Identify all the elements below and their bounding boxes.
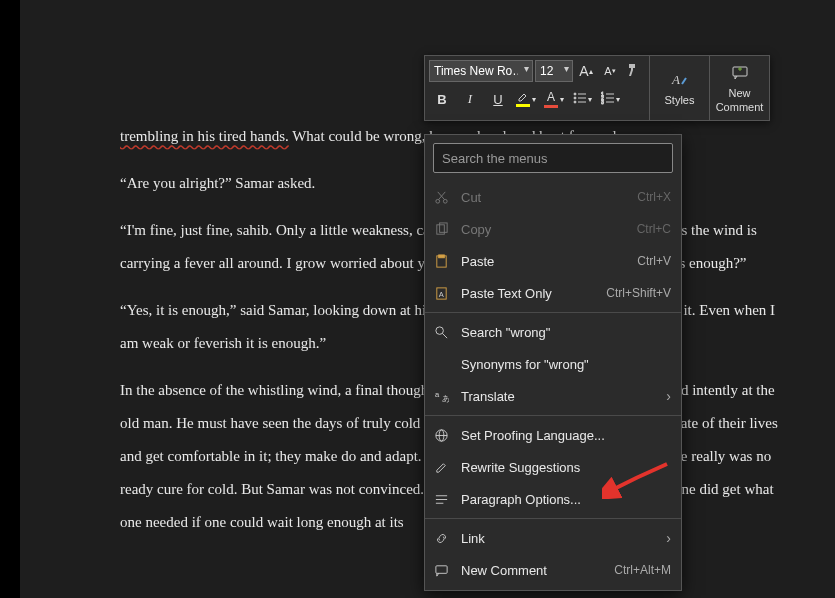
menu-shortcut: Ctrl+Alt+M — [614, 563, 671, 577]
font-size-select[interactable]: 12 — [535, 60, 573, 82]
shrink-font-button[interactable]: A▾ — [599, 60, 621, 82]
menu-shortcut: Ctrl+C — [637, 222, 671, 236]
highlight-icon — [516, 91, 530, 107]
font-color-button[interactable]: A ▾ — [541, 86, 567, 112]
translate-icon: aあ — [431, 386, 451, 406]
grow-font-button[interactable]: A▴ — [575, 60, 597, 82]
new-comment-label-1: New — [728, 87, 750, 99]
italic-button[interactable]: I — [457, 86, 483, 112]
styles-button[interactable]: A Styles — [649, 56, 709, 120]
menu-label: Translate — [461, 389, 656, 404]
paragraph-icon — [431, 489, 451, 509]
menu-label: Search "wrong" — [461, 325, 671, 340]
format-painter-button[interactable] — [623, 60, 645, 82]
chevron-down-icon: ▾ — [560, 95, 564, 104]
menu-label: Cut — [461, 190, 627, 205]
link-icon — [431, 528, 451, 548]
menu-separator — [425, 415, 681, 416]
menu-proofing-language[interactable]: Set Proofing Language... — [425, 419, 681, 451]
numbering-button[interactable]: 123 ▾ — [597, 86, 623, 112]
svg-point-4 — [574, 101, 576, 103]
scissors-icon — [431, 187, 451, 207]
menu-new-comment[interactable]: New Comment Ctrl+Alt+M — [425, 554, 681, 586]
svg-point-17 — [443, 199, 447, 203]
menu-label: Copy — [461, 222, 627, 237]
menu-label: Link — [461, 531, 656, 546]
menu-label: Rewrite Suggestions — [461, 460, 671, 475]
menu-label: Set Proofing Language... — [461, 428, 671, 443]
context-menu: Cut Ctrl+X Copy Ctrl+C Paste Ctrl+V A Pa… — [424, 134, 682, 591]
clipboard-text-icon: A — [431, 283, 451, 303]
menu-copy: Copy Ctrl+C — [425, 213, 681, 245]
menu-shortcut: Ctrl+Shift+V — [606, 286, 671, 300]
menu-separator — [425, 312, 681, 313]
svg-line-19 — [437, 191, 444, 199]
svg-text:3: 3 — [601, 99, 604, 105]
font-color-icon: A — [544, 90, 558, 108]
menu-link[interactable]: Link › — [425, 522, 681, 554]
svg-line-18 — [438, 191, 445, 199]
copy-icon — [431, 219, 451, 239]
menu-label: Paste Text Only — [461, 286, 596, 301]
bullets-icon — [573, 91, 587, 108]
svg-text:a: a — [434, 390, 439, 399]
bullets-button[interactable]: ▾ — [569, 86, 595, 112]
underline-button[interactable]: U — [485, 86, 511, 112]
chevron-down-icon: ▾ — [588, 95, 592, 104]
menu-shortcut: Ctrl+V — [637, 254, 671, 268]
comment-icon — [431, 560, 451, 580]
chevron-down-icon: ▾ — [616, 95, 620, 104]
pencil-icon — [431, 457, 451, 477]
highlight-color-button[interactable]: ▾ — [513, 86, 539, 112]
menu-cut: Cut Ctrl+X — [425, 181, 681, 213]
globe-icon — [431, 425, 451, 445]
font-name-select[interactable]: Times New Ro… — [429, 60, 533, 82]
numbering-icon: 123 — [601, 91, 615, 108]
svg-point-16 — [435, 199, 439, 203]
new-comment-label-2: Comment — [716, 101, 764, 113]
styles-icon: A — [670, 70, 690, 92]
bold-button[interactable]: B — [429, 86, 455, 112]
page-background: trembling in his tired hands. What could… — [20, 0, 835, 598]
wavy-underline-text[interactable]: trembling in his tired hands. — [120, 128, 289, 144]
new-comment-button[interactable]: New Comment — [709, 56, 769, 120]
styles-label: Styles — [665, 94, 695, 106]
menu-separator — [425, 518, 681, 519]
menu-search-word[interactable]: Search "wrong" — [425, 316, 681, 348]
chevron-right-icon: › — [666, 388, 671, 404]
svg-point-0 — [574, 93, 576, 95]
svg-point-2 — [574, 97, 576, 99]
blank-icon — [431, 354, 451, 374]
menu-translate[interactable]: aあ Translate › — [425, 380, 681, 412]
paintbrush-icon — [626, 62, 642, 81]
clipboard-icon — [431, 251, 451, 271]
comment-icon — [730, 63, 750, 85]
menu-label: New Comment — [461, 563, 604, 578]
svg-text:A: A — [671, 72, 680, 87]
menu-paste[interactable]: Paste Ctrl+V — [425, 245, 681, 277]
svg-line-27 — [442, 333, 447, 338]
menu-paste-text-only[interactable]: A Paste Text Only Ctrl+Shift+V — [425, 277, 681, 309]
menu-shortcut: Ctrl+X — [637, 190, 671, 204]
chevron-down-icon: ▾ — [532, 95, 536, 104]
menu-rewrite-suggestions[interactable]: Rewrite Suggestions — [425, 451, 681, 483]
svg-point-26 — [435, 326, 443, 334]
search-icon — [431, 322, 451, 342]
menu-paragraph-options[interactable]: Paragraph Options... — [425, 483, 681, 515]
mini-toolbar: Times New Ro… 12 A▴ A▾ B I — [424, 55, 770, 121]
svg-text:あ: あ — [441, 394, 449, 403]
menu-label: Paragraph Options... — [461, 492, 671, 507]
menu-search-input[interactable] — [433, 143, 673, 173]
menu-label: Synonyms for "wrong" — [461, 357, 671, 372]
svg-rect-36 — [435, 565, 446, 573]
svg-text:A: A — [438, 290, 443, 299]
chevron-right-icon: › — [666, 530, 671, 546]
svg-rect-23 — [438, 254, 444, 257]
menu-label: Paste — [461, 254, 627, 269]
menu-synonyms[interactable]: Synonyms for "wrong" — [425, 348, 681, 380]
